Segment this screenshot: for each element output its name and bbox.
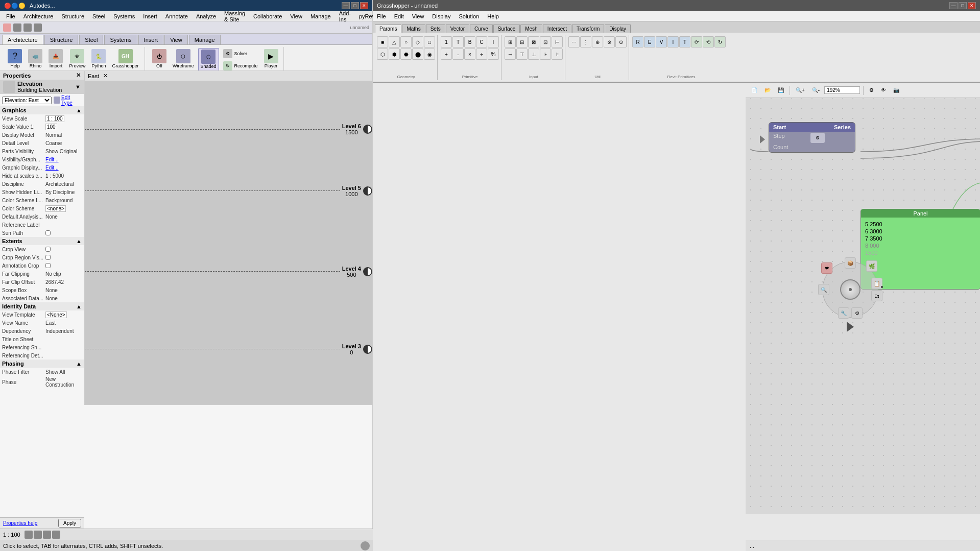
- tab-architecture[interactable]: Architecture: [2, 35, 43, 44]
- camera-btn[interactable]: 📷: [891, 86, 902, 94]
- wheel-play-icon[interactable]: [847, 322, 854, 332]
- crop-region-vis-checkbox[interactable]: [45, 255, 51, 260]
- menu-annotate[interactable]: Annotate: [161, 12, 192, 20]
- gh-prim-1[interactable]: 1: [441, 36, 452, 47]
- gh-icon-7[interactable]: ⬢: [389, 49, 400, 60]
- gh-icon-6[interactable]: ⬡: [377, 49, 388, 60]
- wheel-bottom-2[interactable]: ⚙: [851, 307, 863, 319]
- gh-menu-view[interactable]: View: [408, 12, 428, 20]
- gh-tab-mesh[interactable]: Mesh: [520, 25, 542, 33]
- gh-revit-3[interactable]: V: [656, 36, 667, 47]
- gh-tab-params[interactable]: Params: [375, 25, 401, 33]
- gh-prim-7[interactable]: -: [452, 49, 464, 60]
- scale-value[interactable]: 100: [45, 124, 57, 130]
- gh-prim-4[interactable]: C: [476, 36, 487, 47]
- menu-systems[interactable]: Systems: [109, 12, 139, 20]
- east-view-close-btn[interactable]: ✕: [103, 73, 108, 79]
- qat-undo-icon[interactable]: [13, 23, 21, 32]
- menu-analyze[interactable]: Analyze: [192, 12, 220, 20]
- wheel-right-2[interactable]: 🗂: [871, 290, 882, 301]
- menu-collaborate[interactable]: Collaborate: [249, 12, 286, 20]
- qat-redo-icon[interactable]: [23, 23, 32, 32]
- menu-architecture[interactable]: Architecture: [19, 12, 58, 20]
- graphic-display-edit[interactable]: Edit...: [45, 165, 59, 171]
- gh-tab-intersect[interactable]: Intersect: [543, 25, 571, 33]
- tab-manage[interactable]: Manage: [189, 35, 221, 44]
- edit-type-btn[interactable]: Edit Type: [61, 94, 82, 106]
- sun-path-checkbox[interactable]: [45, 230, 51, 235]
- gh-icon-4[interactable]: ◇: [412, 36, 423, 47]
- wheel-left-icon[interactable]: 🔍: [818, 284, 829, 295]
- zoom-in-btn[interactable]: 🔍+: [793, 86, 807, 94]
- gh-prim-3[interactable]: B: [464, 36, 475, 47]
- gh-util-4[interactable]: ⊗: [604, 36, 615, 47]
- menu-insert[interactable]: Insert: [139, 12, 161, 20]
- settings-btn[interactable]: ⚙: [867, 86, 876, 94]
- color-scheme-value[interactable]: <none>: [45, 205, 66, 212]
- gh-icon-1[interactable]: ■: [377, 36, 388, 47]
- gh-input-4[interactable]: ⊡: [540, 36, 551, 47]
- minimize-btn[interactable]: —: [342, 2, 350, 9]
- preview-btn[interactable]: 👁: [878, 86, 889, 94]
- gh-input-6[interactable]: ⊣: [505, 49, 516, 60]
- gh-prim-2[interactable]: T: [452, 36, 464, 47]
- gh-input-3[interactable]: ⊠: [528, 36, 539, 47]
- crop-view-checkbox[interactable]: [45, 247, 51, 252]
- zoom-input[interactable]: [824, 86, 860, 94]
- gh-prim-9[interactable]: ÷: [476, 49, 487, 60]
- gh-canvas[interactable]: Start Series Step ⚙ Count Elevation: [746, 83, 980, 514]
- gh-input-10[interactable]: ⊧: [552, 49, 563, 60]
- tab-view[interactable]: View: [164, 35, 188, 44]
- gh-minimize-btn[interactable]: —: [949, 2, 958, 9]
- apply-button[interactable]: Apply: [58, 519, 81, 528]
- help-button[interactable]: ? Help: [6, 48, 24, 69]
- gh-restore-btn[interactable]: □: [959, 2, 967, 9]
- view-scale-value[interactable]: 1 : 100: [45, 115, 64, 122]
- menu-massing[interactable]: Massing & Site: [220, 9, 249, 23]
- gh-close-btn[interactable]: ✕: [968, 2, 976, 9]
- gh-icon-5[interactable]: □: [424, 36, 435, 47]
- identity-data-section[interactable]: Identity Data ▲: [0, 302, 84, 310]
- tab-structure[interactable]: Structure: [44, 35, 79, 44]
- visibility-graph-edit[interactable]: Edit...: [45, 157, 59, 162]
- wheel-topright-icon[interactable]: 🌿: [866, 260, 877, 272]
- menu-file[interactable]: File: [2, 12, 19, 20]
- gh-icon-8[interactable]: ⬣: [400, 49, 412, 60]
- gh-util-5[interactable]: ⊙: [615, 36, 627, 47]
- wheel-topleft-icon[interactable]: ❤: [821, 262, 832, 274]
- graphics-section[interactable]: Graphics ▲: [0, 106, 84, 114]
- east-view-canvas[interactable]: Level 6 1500 Level 5 1000 Level 4 50: [85, 81, 372, 404]
- gh-revit-6[interactable]: ⟳: [691, 36, 702, 47]
- gh-menu-solution[interactable]: Solution: [455, 12, 483, 20]
- gh-menu-help[interactable]: Help: [483, 12, 503, 20]
- gh-menu-file[interactable]: File: [373, 12, 390, 20]
- gh-util-3[interactable]: ⊕: [592, 36, 603, 47]
- gh-icon-2[interactable]: △: [389, 36, 400, 47]
- rhino-button[interactable]: 🦏 Rhino: [26, 48, 44, 69]
- zoom-out-btn[interactable]: 🔍-: [809, 86, 822, 94]
- menu-view[interactable]: View: [286, 12, 306, 20]
- off-button[interactable]: ⏻ Off: [150, 48, 169, 71]
- wheel-top-icon[interactable]: 📦: [845, 257, 856, 269]
- tab-steel[interactable]: Steel: [79, 35, 103, 44]
- gh-prim-10[interactable]: %: [488, 49, 499, 60]
- gh-revit-7[interactable]: ⟲: [703, 36, 714, 47]
- gh-input-8[interactable]: ⊥: [528, 49, 539, 60]
- gh-tab-sets[interactable]: Sets: [426, 25, 445, 33]
- gh-menu-edit[interactable]: Edit: [390, 12, 408, 20]
- menu-steel[interactable]: Steel: [88, 12, 109, 20]
- menu-addins[interactable]: Add-Ins: [335, 9, 355, 23]
- python-button[interactable]: 🐍 Python: [89, 48, 108, 69]
- gh-input-7[interactable]: ⊤: [516, 49, 528, 60]
- gh-tab-surface[interactable]: Surface: [493, 25, 520, 33]
- gh-input-9[interactable]: ⊦: [540, 49, 551, 60]
- grasshopper-button[interactable]: GH Grasshopper: [110, 48, 141, 69]
- gh-prim-5[interactable]: I: [488, 36, 499, 47]
- tab-insert[interactable]: Insert: [138, 35, 164, 44]
- tab-systems[interactable]: Systems: [104, 35, 137, 44]
- gh-menu-display[interactable]: Display: [428, 12, 455, 20]
- gh-tab-transform[interactable]: Transform: [572, 25, 604, 33]
- gh-prim-8[interactable]: ×: [464, 49, 475, 60]
- view-template-value[interactable]: <None>: [45, 312, 67, 318]
- qat-save-icon[interactable]: [3, 23, 11, 32]
